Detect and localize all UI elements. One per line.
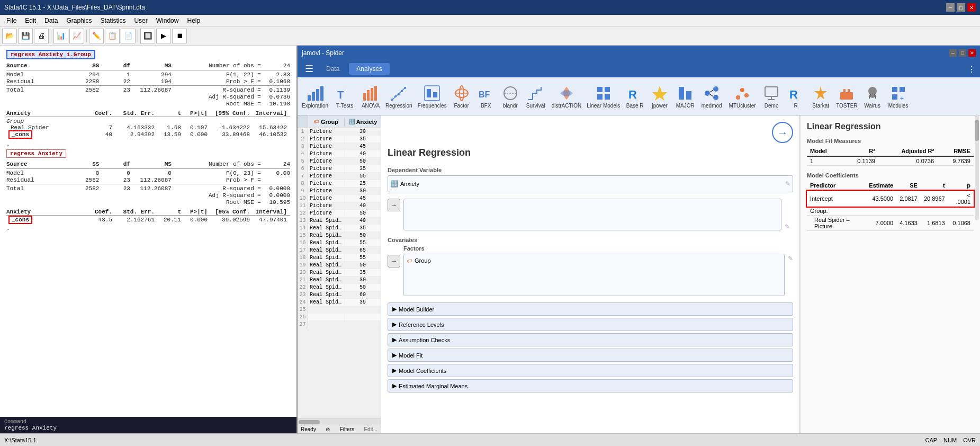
jamovi-maximize-btn[interactable]: □	[959, 49, 966, 57]
menu-file[interactable]: File	[2, 16, 21, 25]
ribbon-medmod[interactable]: medmod	[698, 82, 725, 111]
factors-edit-icon[interactable]: ✎	[788, 255, 793, 262]
ribbon-demo[interactable]: Demo	[760, 82, 783, 111]
anxiety-cell	[345, 306, 381, 313]
group-cell: Picture	[308, 150, 345, 157]
svg-rect-1	[312, 92, 315, 101]
stata-title-controls: ─ □ ✕	[946, 3, 976, 12]
svg-rect-47	[843, 89, 846, 93]
mc-intercept-se: 2.0817	[896, 191, 921, 207]
expand-reference-levels[interactable]: ▶ Reference Levels	[388, 318, 793, 331]
tb-btn4[interactable]: 📋	[105, 29, 120, 43]
svg-line-36	[710, 94, 713, 96]
tb-save[interactable]: 💾	[18, 29, 33, 43]
ttests-icon: T	[335, 84, 354, 103]
jamovi-hamburger-icon[interactable]: ☰	[302, 63, 317, 75]
jamovi-more-icon[interactable]: ⋮	[967, 64, 976, 74]
jamovi-minimize-btn[interactable]: ─	[949, 49, 957, 57]
anova-icon	[361, 84, 380, 103]
expand-model-coefficients[interactable]: ▶ Model Coefficients	[388, 364, 793, 377]
data-row: 16Real Spider55	[298, 239, 381, 247]
ribbon-ttests[interactable]: T T-Tests	[331, 82, 358, 111]
tb-btn3[interactable]: ✏️	[89, 29, 104, 43]
row-num-cell: 15	[298, 232, 308, 239]
tb-btn2[interactable]: 📈	[69, 29, 84, 43]
ribbon-mtucluster[interactable]: MTUcluster	[726, 82, 759, 111]
ribbon-regression[interactable]: Regression	[383, 82, 415, 111]
mf-col-model: Model	[807, 146, 842, 156]
data-scrollbar-area[interactable]	[298, 418, 381, 425]
menu-data[interactable]: Data	[40, 16, 62, 25]
coef1-group-label: Group	[6, 118, 290, 124]
ribbon-survival[interactable]: Survival	[523, 82, 549, 111]
ribbon-starkat[interactable]: Starkat	[808, 82, 833, 111]
menu-edit[interactable]: Edit	[21, 16, 40, 25]
expand-model-fit[interactable]: ▶ Model Fit	[388, 349, 793, 362]
ribbon-toster[interactable]: TOSTER	[834, 82, 859, 111]
dep-var-label: Dependent Variable	[388, 167, 793, 173]
arrow-btn-2[interactable]: →	[388, 255, 400, 267]
tb-btn5[interactable]: 📄	[121, 29, 136, 43]
mf-row-1: 1 0.1139 0.0736 9.7639	[807, 156, 974, 166]
col-group-header[interactable]: 🏷 Group	[308, 118, 345, 126]
mc-row-intercept: Intercept 43.5000 2.0817 20.8967 < .0001	[807, 191, 974, 207]
stata-close-btn[interactable]: ✕	[967, 3, 976, 12]
ribbon-anova[interactable]: ANOVA	[359, 82, 382, 111]
data-scroll-thumb[interactable]	[299, 420, 320, 424]
command-text[interactable]: regress Anxiety	[4, 425, 292, 431]
arrow-btn-1[interactable]: →	[388, 199, 400, 211]
ribbon-exploration[interactable]: Exploration	[300, 82, 330, 111]
expand-icon-2: ▶	[392, 321, 397, 328]
modules-icon: +	[889, 84, 908, 103]
ribbon-blandr[interactable]: blandr	[499, 82, 522, 111]
tb-btn1[interactable]: 📊	[53, 29, 68, 43]
menu-help[interactable]: Help	[183, 16, 204, 25]
coef2-row-cons: _cons 43.5 2.162761 20.11 0.000 39.02599…	[6, 217, 290, 223]
data-rows-container: 1Picture302Picture353Picture454Picture40…	[298, 128, 381, 418]
ribbon-linearmodels[interactable]: Linear Models	[585, 82, 622, 111]
tb-print[interactable]: 🖨	[34, 29, 49, 43]
tb-btn8[interactable]: ⏹	[172, 29, 187, 43]
jamovi-close-btn[interactable]: ✕	[968, 49, 976, 57]
ribbon-jpower[interactable]: jpower	[648, 82, 672, 111]
tb-btn7[interactable]: ▶	[156, 29, 171, 43]
filters-label[interactable]: Filters	[340, 426, 354, 432]
data-row: 12Picture50	[298, 210, 381, 217]
menu-graphics[interactable]: Graphics	[62, 16, 96, 25]
ribbon-factor[interactable]: Factor	[450, 82, 473, 111]
col-anxiety-header[interactable]: 🔢 Anxiety	[345, 118, 381, 126]
data-row: 10Picture45	[298, 195, 381, 202]
medmod-label: medmod	[702, 103, 722, 109]
ribbon-frequencies[interactable]: Frequencies	[416, 82, 449, 111]
go-button[interactable]: →	[772, 122, 793, 143]
ribbon-baser[interactable]: R Base R	[623, 82, 646, 111]
ribbon-distraction[interactable]: distrACTION	[550, 82, 584, 111]
tb-btn6[interactable]: 🔲	[140, 29, 155, 43]
anxiety-cell: 45	[345, 143, 381, 150]
stata-minimize-btn[interactable]: ─	[946, 3, 955, 12]
expand-model-builder[interactable]: ▶ Model Builder	[388, 302, 793, 316]
tb-open[interactable]: 📂	[2, 29, 17, 43]
results-scrollbar[interactable]	[975, 115, 979, 220]
stata-maximize-btn[interactable]: □	[957, 3, 965, 12]
expand-emm[interactable]: ▶ Estimated Marginal Means	[388, 379, 793, 393]
expand-assumption-checks[interactable]: ▶ Assumption Checks	[388, 333, 793, 346]
menu-statistics[interactable]: Statistics	[96, 16, 130, 25]
ribbon-major[interactable]: MAJOR	[673, 82, 697, 111]
status-num: NUM	[943, 437, 957, 443]
tab-data[interactable]: Data	[319, 63, 347, 75]
filter-icon[interactable]: ⊘	[326, 426, 330, 432]
tab-analyses[interactable]: Analyses	[349, 63, 390, 75]
anxiety-cell: 25	[345, 180, 381, 187]
ribbon-bfx[interactable]: BF BFX	[474, 82, 498, 111]
ribbon-walrus[interactable]: Walrus	[861, 82, 884, 111]
covariate-edit-icon[interactable]: ✎	[785, 223, 790, 230]
model-coef-section: Model Coefficients Predictor Estimate SE…	[807, 172, 974, 231]
data-row: 3Picture45	[298, 143, 381, 150]
menu-window[interactable]: Window	[152, 16, 183, 25]
ribbon-modules[interactable]: + Modules	[885, 82, 912, 111]
menu-user[interactable]: User	[130, 16, 151, 25]
ribbon-r[interactable]: R R	[784, 82, 807, 111]
dep-var-edit-icon[interactable]: ✎	[785, 180, 790, 188]
edit-filter-label[interactable]: Edit...	[364, 426, 377, 432]
